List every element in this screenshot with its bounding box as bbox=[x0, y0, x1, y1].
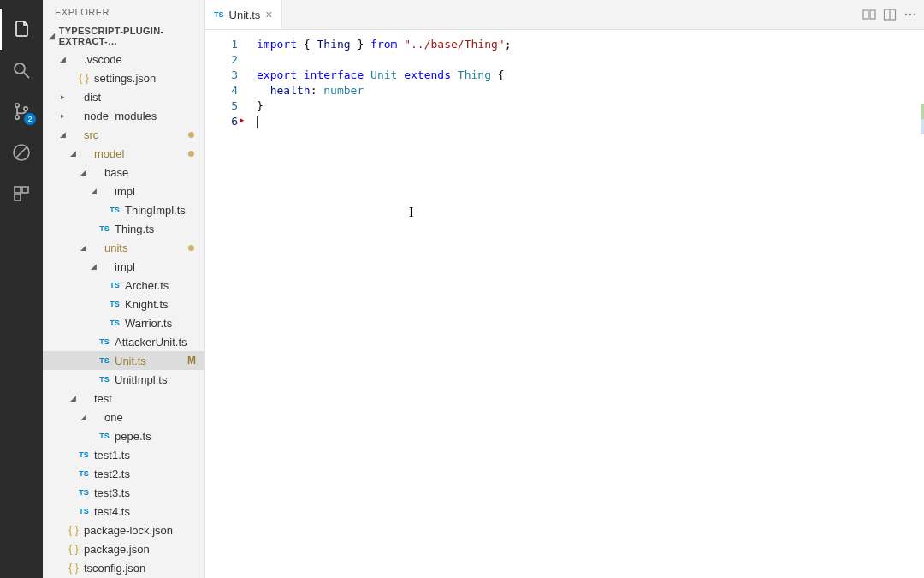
tree-file[interactable]: { }package-lock.json bbox=[43, 521, 204, 539]
project-name: TYPESCRIPT-PLUGIN-EXTRACT-… bbox=[59, 26, 201, 46]
tree-file[interactable]: TSUnitImpl.ts bbox=[43, 370, 204, 389]
editor-tabs: TS Unit.ts × bbox=[205, 0, 924, 30]
tree-folder[interactable]: ◢model bbox=[43, 144, 204, 163]
tree-item-label: test2.ts bbox=[94, 468, 130, 480]
code-token: import bbox=[257, 38, 297, 51]
tree-folder[interactable]: ▸node_modules bbox=[43, 106, 204, 125]
json-icon: { } bbox=[67, 524, 80, 536]
chevron-down-icon: ◢ bbox=[68, 394, 77, 402]
tree-item-label: node_modules bbox=[84, 110, 157, 122]
compare-icon[interactable] bbox=[862, 8, 876, 21]
tree-folder[interactable]: ◢test bbox=[43, 389, 204, 408]
tree-file[interactable]: TStest3.ts bbox=[43, 483, 204, 502]
tree-folder[interactable]: ◢base bbox=[43, 163, 204, 182]
code-line[interactable]: health: number bbox=[257, 83, 924, 98]
code-token bbox=[364, 69, 370, 81]
line-gutter: 123456 bbox=[205, 30, 246, 578]
minimap-diff-add bbox=[921, 104, 924, 119]
line-number: 3 bbox=[205, 68, 246, 83]
code-token: Unit bbox=[370, 69, 397, 81]
activity-search[interactable] bbox=[0, 50, 43, 91]
ts-icon: TS bbox=[98, 356, 111, 365]
activity-explorer[interactable] bbox=[0, 9, 43, 50]
file-tree[interactable]: ◢.vscode{ }settings.json▸dist▸node_modul… bbox=[43, 50, 204, 578]
tree-file[interactable]: TSThing.ts bbox=[43, 219, 204, 238]
tree-item-label: test4.ts bbox=[94, 505, 130, 518]
chevron-down-icon: ◢ bbox=[68, 149, 77, 158]
ts-icon: TS bbox=[77, 469, 91, 478]
tab-actions bbox=[862, 0, 924, 29]
git-modified-dot-icon bbox=[188, 151, 194, 157]
tree-file[interactable]: TStest4.ts bbox=[43, 502, 204, 521]
code-token: number bbox=[323, 84, 364, 97]
tree-folder[interactable]: ◢src bbox=[43, 125, 204, 144]
code-line[interactable]: import { Thing } from "../base/Thing"; bbox=[257, 37, 924, 52]
svg-line-1 bbox=[24, 73, 29, 78]
code-line[interactable] bbox=[257, 114, 924, 129]
tab-unit-ts[interactable]: TS Unit.ts × bbox=[205, 0, 282, 29]
tree-file[interactable]: { }package.json bbox=[43, 539, 204, 558]
line-number: 5 bbox=[205, 98, 246, 114]
close-icon[interactable]: × bbox=[265, 8, 272, 21]
tree-item-label: dist bbox=[84, 91, 101, 104]
tree-item-label: model bbox=[94, 147, 124, 160]
svg-rect-8 bbox=[22, 187, 28, 193]
code-editor[interactable]: 123456 ▶ import { Thing } from "../base/… bbox=[205, 30, 924, 578]
json-icon: { } bbox=[67, 543, 80, 555]
ts-icon: TS bbox=[214, 10, 224, 19]
code-token: { bbox=[297, 38, 317, 51]
svg-point-4 bbox=[24, 107, 27, 110]
svg-point-15 bbox=[909, 14, 912, 16]
svg-rect-7 bbox=[15, 187, 21, 193]
tree-file[interactable]: TSpepe.ts bbox=[43, 426, 204, 445]
tree-file[interactable]: TSUnit.tsM bbox=[43, 351, 204, 370]
tree-file[interactable]: TSWarrior.ts bbox=[43, 313, 204, 332]
activity-extensions[interactable] bbox=[0, 173, 43, 214]
activity-scm[interactable]: 2 bbox=[0, 91, 43, 132]
tree-item-label: units bbox=[104, 241, 127, 254]
ts-icon: TS bbox=[98, 337, 111, 346]
code-line[interactable]: export interface Unit extends Thing { bbox=[257, 68, 924, 83]
git-modified-dot-icon bbox=[188, 132, 194, 138]
tree-folder[interactable]: ◢units bbox=[43, 238, 204, 257]
svg-point-2 bbox=[15, 104, 19, 107]
tree-file[interactable]: TStest1.ts bbox=[43, 445, 204, 464]
tree-file[interactable]: TSThingImpl.ts bbox=[43, 200, 204, 219]
tree-folder[interactable]: ◢one bbox=[43, 408, 204, 426]
tree-file[interactable]: TSArcher.ts bbox=[43, 276, 204, 295]
tree-item-label: .vscode bbox=[84, 53, 122, 66]
split-editor-icon[interactable] bbox=[883, 8, 897, 21]
search-icon bbox=[11, 60, 32, 80]
activity-debug[interactable] bbox=[0, 132, 43, 173]
tree-file[interactable]: TStest2.ts bbox=[43, 464, 204, 483]
tree-item-label: AttackerUnit.ts bbox=[115, 336, 187, 349]
chevron-down-icon: ◢ bbox=[79, 168, 87, 176]
minimap[interactable] bbox=[915, 30, 924, 578]
code-token: : bbox=[311, 84, 324, 97]
chevron-down-icon: ◢ bbox=[58, 55, 67, 63]
tree-folder[interactable]: ◢impl bbox=[43, 182, 204, 200]
code-line[interactable] bbox=[257, 52, 924, 68]
explorer-sidebar: EXPLORER ◢ TYPESCRIPT-PLUGIN-EXTRACT-… ◢… bbox=[43, 0, 205, 578]
tree-file[interactable]: TSKnight.ts bbox=[43, 295, 204, 313]
activity-bar: 2 bbox=[0, 0, 43, 578]
code-line[interactable]: } bbox=[257, 98, 924, 114]
tree-item-label: one bbox=[104, 411, 123, 424]
json-icon: { } bbox=[67, 562, 80, 574]
tree-file[interactable]: TSAttackerUnit.ts bbox=[43, 332, 204, 351]
code-content[interactable]: ▶ import { Thing } from "../base/Thing";… bbox=[246, 30, 924, 578]
tree-file[interactable]: { }tsconfig.json bbox=[43, 558, 204, 577]
chevron-down-icon: ◢ bbox=[48, 32, 56, 40]
chevron-down-icon: ◢ bbox=[89, 187, 98, 195]
tree-file[interactable]: { }settings.json bbox=[43, 69, 204, 87]
error-marker-icon: ▶ bbox=[240, 116, 244, 124]
tree-folder[interactable]: ▸dist bbox=[43, 87, 204, 106]
more-icon[interactable] bbox=[903, 8, 917, 21]
minimap-diff-mod bbox=[921, 119, 924, 134]
line-number: 4 bbox=[205, 83, 246, 98]
tree-folder[interactable]: ◢impl bbox=[43, 257, 204, 276]
project-header[interactable]: ◢ TYPESCRIPT-PLUGIN-EXTRACT-… bbox=[43, 22, 204, 50]
git-modified-dot-icon bbox=[188, 245, 194, 251]
tree-folder[interactable]: ◢.vscode bbox=[43, 50, 204, 69]
ts-icon: TS bbox=[98, 224, 111, 233]
